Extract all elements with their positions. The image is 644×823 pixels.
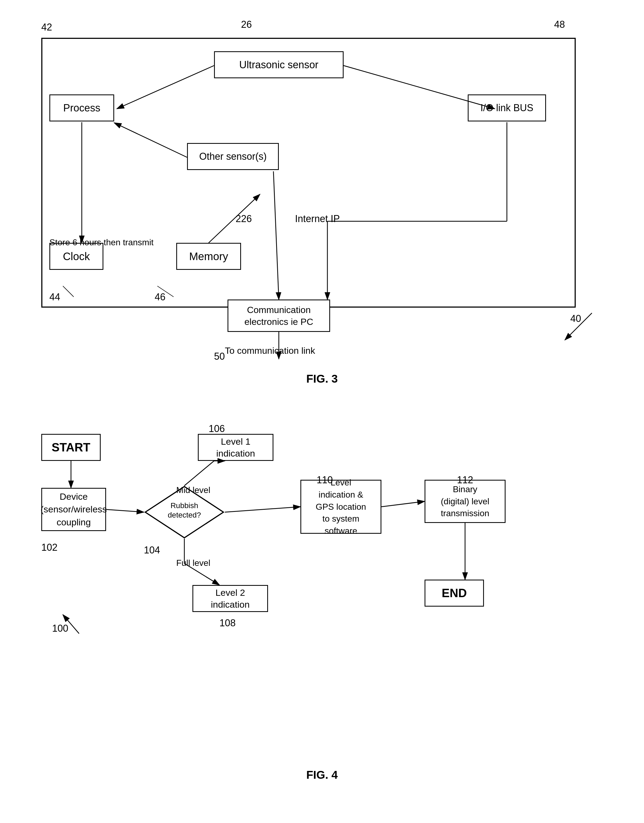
ref-26: 26 <box>241 19 252 30</box>
level-indication-box: Level indication & GPS location to syste… <box>301 480 381 534</box>
binary-box: Binary (digital) level transmission <box>425 480 506 523</box>
ref-42: 42 <box>41 21 52 33</box>
mid-level-label: Mid level <box>176 485 210 495</box>
svg-line-25 <box>381 501 425 507</box>
other-sensor-box: Other sensor(s) <box>187 143 279 170</box>
memory-box: Memory <box>176 243 241 270</box>
start-box: START <box>41 434 101 461</box>
fig4-svg <box>25 402 619 774</box>
ref-100: 100 <box>52 623 68 634</box>
ref-110: 110 <box>317 474 333 486</box>
ref-226: 226 <box>236 213 252 224</box>
ref-106: 106 <box>209 423 225 434</box>
ref-48: 48 <box>554 19 565 30</box>
ref-44: 44 <box>49 291 60 303</box>
to-comm-text: To communication link <box>225 345 315 356</box>
comm-electronics-box: Communication electronics ie PC <box>227 299 330 332</box>
ultrasonic-box: Ultrasonic sensor <box>214 51 343 78</box>
store-text: Store 6 hours then transmit <box>49 238 153 247</box>
internet-ip-text: Internet IP <box>295 213 340 224</box>
ref-46: 46 <box>155 291 166 303</box>
ref-112: 112 <box>457 474 473 486</box>
page: 42 26 48 Ultrasonic sensor Process I/O l… <box>0 0 644 823</box>
ref-108: 108 <box>219 618 236 629</box>
level1-box: Level 1 indication <box>198 434 273 461</box>
io-link-box: I/O link BUS <box>468 95 546 121</box>
ref-104: 104 <box>144 544 160 556</box>
ref-102: 102 <box>41 542 57 553</box>
end-box: END <box>425 579 484 607</box>
svg-line-24 <box>225 507 301 512</box>
ref-50: 50 <box>214 351 225 362</box>
svg-line-21 <box>106 509 144 512</box>
svg-line-22 <box>184 461 214 486</box>
fig4-diagram: 106 START Level 1 indication Device (sen… <box>25 402 619 774</box>
device-box: Device (sensor/wireless coupling <box>41 488 106 531</box>
svg-text:Rubbish: Rubbish <box>170 501 198 510</box>
outer-box-48 <box>41 38 576 308</box>
ref-40: 40 <box>570 313 581 324</box>
process-box: Process <box>49 95 114 121</box>
level2-box: Level 2 indication <box>192 585 268 612</box>
svg-text:detected?: detected? <box>168 511 201 519</box>
fig3-diagram: 42 26 48 Ultrasonic sensor Process I/O l… <box>25 16 619 389</box>
full-level-label: Full level <box>176 558 210 568</box>
